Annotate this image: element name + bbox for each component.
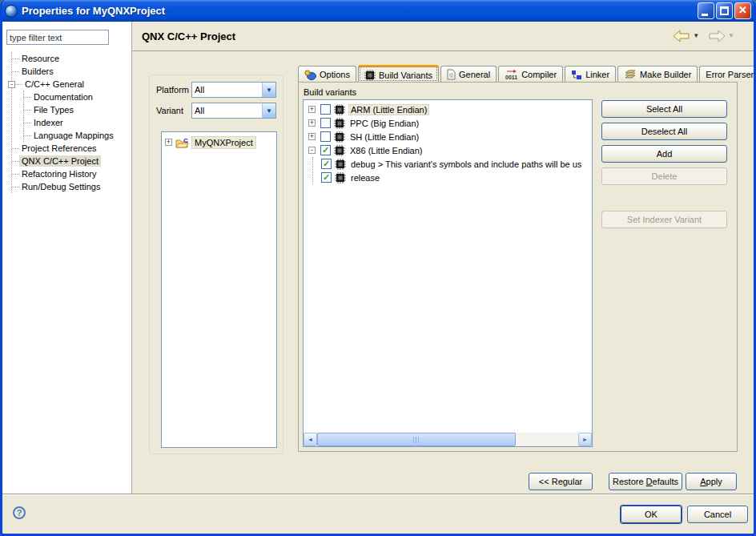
document-icon: [447, 69, 456, 80]
close-button[interactable]: ✕: [734, 2, 751, 19]
close-icon: ✕: [735, 4, 750, 16]
content-area: QNX C/C++ Project ▼ ▼ Platform: [132, 22, 754, 494]
checkbox[interactable]: [320, 131, 331, 142]
variant-row-sh[interactable]: + SH (Little Endian): [307, 130, 592, 143]
properties-dialog: Properties for MyQNXProject ✕ Resource B…: [0, 0, 756, 536]
checkbox[interactable]: ✓: [321, 172, 332, 183]
page-footer-buttons: << Regular Restore Defaults Apply: [529, 473, 737, 490]
regular-toggle-button[interactable]: << Regular: [529, 473, 593, 490]
project-tree: + C MyQNXProject: [161, 131, 277, 448]
sidebar-item-resource[interactable]: Resource: [12, 52, 127, 65]
sidebar-item-refactoring-history[interactable]: Refactoring History: [12, 167, 127, 180]
filter-input[interactable]: [6, 30, 109, 45]
tab-build-variants[interactable]: Build Variants: [358, 65, 439, 83]
platform-label: Platform: [156, 85, 191, 95]
expand-icon[interactable]: +: [165, 139, 172, 146]
checkbox[interactable]: [320, 118, 331, 128]
back-history-caret[interactable]: ▼: [693, 33, 699, 39]
project-root-label: MyQNXProject: [191, 136, 256, 149]
variant-label: Variant: [156, 106, 191, 115]
variant-actions: Select All Deselect All Add Delete Set I…: [601, 100, 727, 233]
c-project-folder-icon: C: [175, 137, 189, 148]
sidebar-item-project-references[interactable]: Project References: [12, 142, 127, 155]
variant-row-debug[interactable]: ✓ debug > This variant's symbols and inc…: [321, 157, 592, 171]
sidebar-item-qnx-project[interactable]: QNX C/C++ Project: [12, 155, 127, 167]
sidebar-item-indexer[interactable]: Indexer: [24, 116, 127, 129]
platform-select[interactable]: All ▼: [191, 82, 276, 98]
chip-icon: [334, 118, 345, 129]
variant-row-arm[interactable]: + ARM (Little Endian): [307, 103, 592, 116]
apply-button[interactable]: Apply: [686, 473, 737, 490]
variant-select[interactable]: All ▼: [191, 103, 276, 119]
sidebar-group-cpp-general: Documentation File Types Indexer Languag…: [23, 91, 127, 142]
variant-label: X86 (Little Endian): [348, 145, 424, 156]
tab-general[interactable]: General: [440, 66, 497, 83]
check-mark: ✓: [323, 159, 330, 168]
collapse-icon[interactable]: -: [308, 147, 316, 154]
variant-row-release[interactable]: ✓ release: [321, 171, 592, 184]
sidebar-item-file-types[interactable]: File Types: [24, 103, 127, 116]
tab-folder: Options Build Variants General: [298, 65, 738, 422]
sidebar-item-language-mappings[interactable]: Language Mappings: [24, 129, 127, 142]
maximize-button[interactable]: [716, 2, 733, 19]
restore-defaults-button[interactable]: Restore Defaults: [609, 473, 682, 490]
sidebar-item-builders[interactable]: Builders: [12, 65, 127, 78]
checkbox[interactable]: ✓: [320, 145, 331, 155]
expand-icon[interactable]: +: [308, 133, 316, 140]
sidebar-item-documentation[interactable]: Documentation: [24, 91, 127, 103]
sidebar-tree: Resource Builders - C/C++ General Docume…: [11, 52, 127, 193]
page-title: QNX C/C++ Project: [142, 30, 673, 42]
variant-label: release: [349, 172, 381, 183]
forward-arrow-icon: [708, 30, 726, 42]
expand-icon[interactable]: +: [308, 106, 316, 113]
variant-label: PPC (Big Endian): [348, 118, 420, 129]
minimize-button[interactable]: [698, 2, 714, 19]
add-button[interactable]: Add: [601, 145, 727, 163]
scrollbar-grip: [413, 437, 420, 443]
cancel-button[interactable]: Cancel: [687, 506, 748, 523]
svg-text:0011: 0011: [505, 75, 517, 80]
sidebar-item-run-debug-settings[interactable]: Run/Debug Settings: [12, 180, 127, 193]
variant-row-ppc[interactable]: + PPC (Big Endian): [307, 116, 592, 130]
expand-icon[interactable]: +: [308, 119, 316, 127]
collapse-icon[interactable]: -: [8, 81, 15, 88]
chevron-down-icon[interactable]: ▼: [262, 83, 275, 97]
linker-icon: [571, 70, 582, 80]
variant-label: ARM (Little Endian): [348, 104, 429, 115]
horizontal-scrollbar[interactable]: ◄ ►: [304, 433, 592, 446]
sidebar-item-cpp-general[interactable]: - C/C++ General: [12, 78, 127, 91]
delete-button: Delete: [601, 167, 727, 185]
ok-button[interactable]: OK: [621, 506, 682, 523]
dialog-button-bar: ? OK Cancel: [2, 494, 754, 531]
checkbox[interactable]: ✓: [321, 159, 332, 169]
help-icon[interactable]: ?: [13, 506, 26, 519]
check-mark: ✓: [323, 173, 330, 182]
tab-options[interactable]: Options: [298, 66, 356, 83]
titlebar[interactable]: Properties for MyQNXProject ✕: [0, 0, 756, 22]
platform-group: Platform All ▼ Variant All ▼: [149, 75, 284, 454]
back-arrow-icon[interactable]: [673, 30, 690, 42]
x86-children: ✓ debug > This variant's symbols and inc…: [312, 157, 592, 184]
scroll-right-button[interactable]: ►: [578, 433, 592, 446]
variant-row-x86[interactable]: - ✓ X86 (Little Endian): [307, 143, 592, 157]
variant-label: SH (Little Endian): [348, 131, 420, 143]
set-indexer-variant-button: Set Indexer Variant: [601, 211, 727, 228]
sidebar: Resource Builders - C/C++ General Docume…: [2, 22, 132, 494]
tab-linker[interactable]: Linker: [565, 66, 616, 83]
project-tree-row[interactable]: + C MyQNXProject: [163, 135, 275, 149]
window-title: Properties for MyQNXProject: [22, 5, 698, 17]
chevron-down-icon[interactable]: ▼: [262, 103, 275, 118]
deselect-all-button[interactable]: Deselect All: [601, 123, 727, 140]
select-all-button[interactable]: Select All: [601, 100, 727, 118]
page-header: QNX C/C++ Project ▼ ▼: [132, 22, 754, 51]
chip-icon: [364, 70, 376, 81]
tab-error-parsers[interactable]: Error Parsers: [699, 66, 756, 83]
scrollbar-track[interactable]: [317, 433, 578, 446]
build-variants-caption: Build variants: [304, 87, 733, 97]
scrollbar-thumb[interactable]: [317, 433, 516, 446]
build-variants-tree[interactable]: + ARM (Little Endian) + PPC (Big End: [303, 99, 593, 447]
tab-make-builder[interactable]: Make Builder: [617, 66, 698, 83]
tab-compiler[interactable]: 0011 Compiler: [498, 66, 563, 83]
scroll-left-button[interactable]: ◄: [304, 433, 317, 446]
checkbox[interactable]: [320, 104, 331, 115]
